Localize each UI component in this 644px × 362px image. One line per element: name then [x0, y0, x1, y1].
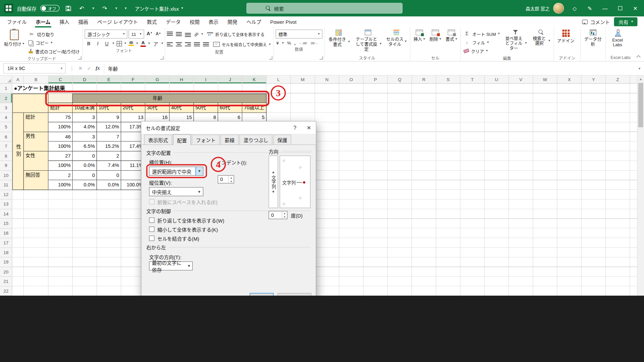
row-header-9[interactable]: 9: [0, 161, 12, 171]
cut-button[interactable]: ✂切り取り: [27, 30, 81, 38]
comments-button[interactable]: コメント: [582, 18, 610, 25]
cell-D11[interactable]: 0.0%: [73, 180, 97, 190]
row-header-17[interactable]: 17: [0, 238, 12, 248]
cell-C2[interactable]: 年齢: [48, 94, 266, 103]
ribbon-tab-10[interactable]: 開発: [223, 16, 242, 27]
cell-C11[interactable]: 100%: [48, 180, 72, 190]
dialog-title-bar[interactable]: セルの書式設定 ? ✕: [141, 121, 316, 134]
cell-D5[interactable]: 4.0%: [73, 122, 97, 132]
font-color-icon[interactable]: A: [141, 41, 146, 47]
ribbon-tab-2[interactable]: ホーム: [31, 16, 55, 27]
currency-icon[interactable]: ¥: [276, 41, 279, 46]
cell-I3[interactable]: 50代: [194, 103, 218, 113]
dialog-tab-3[interactable]: フォント: [192, 135, 220, 144]
ok-button[interactable]: OK: [250, 293, 273, 296]
cells-canvas[interactable]: ●アンケート集計結果年齢総計10歳未満10代20代30代40代50代60代70歳…: [12, 84, 637, 296]
bold-icon[interactable]: B: [86, 40, 92, 47]
row-header-22[interactable]: 22: [0, 286, 12, 296]
cell-G3[interactable]: 30代: [145, 103, 169, 113]
maximize-button[interactable]: [613, 0, 627, 16]
align-left-icon[interactable]: [167, 42, 173, 47]
cell-C9[interactable]: 100%: [48, 161, 72, 171]
insert-function-icon[interactable]: fx: [94, 65, 102, 71]
number-dialog-launcher-icon[interactable]: [319, 56, 323, 60]
column-header-A[interactable]: A: [12, 75, 24, 83]
column-header-X[interactable]: X: [557, 75, 582, 83]
italic-icon[interactable]: I: [95, 40, 101, 47]
column-header-E[interactable]: E: [97, 75, 121, 83]
column-header-G[interactable]: G: [145, 75, 169, 83]
minimize-button[interactable]: —: [598, 0, 612, 16]
dialog-tab-1[interactable]: 表示形式: [144, 135, 172, 144]
column-header-J[interactable]: J: [218, 75, 242, 83]
autosave-toggle[interactable]: オフ: [40, 5, 60, 12]
fill-button[interactable]: ↓フィル▾: [463, 38, 501, 46]
column-header-K[interactable]: K: [242, 75, 266, 83]
column-header-R[interactable]: R: [412, 75, 436, 83]
cell-D8[interactable]: 0: [73, 151, 97, 161]
formula-input[interactable]: 年齢: [104, 63, 635, 74]
column-header-M[interactable]: M: [291, 75, 315, 83]
cell-B6[interactable]: 男性: [24, 132, 48, 152]
row-header-12[interactable]: 12: [0, 190, 12, 199]
column-header-W[interactable]: W: [533, 75, 557, 83]
insert-cells-button[interactable]: 挿入▾: [412, 28, 427, 42]
delete-cells-button[interactable]: 削除▾: [428, 28, 443, 42]
cell-E6[interactable]: 7: [97, 132, 121, 142]
cell-A1[interactable]: ●アンケート集計結果: [12, 84, 121, 94]
format-as-table-button[interactable]: テーブルとして書式設定▾: [353, 28, 383, 52]
clear-button[interactable]: クリア▾: [463, 47, 501, 55]
align-bottom-icon[interactable]: [185, 32, 191, 37]
cell-E3[interactable]: 10代: [97, 103, 121, 113]
degrees-up-icon[interactable]: ▲: [282, 212, 287, 215]
addins-button[interactable]: アドイン: [555, 28, 576, 43]
row-header-15[interactable]: 15: [0, 219, 12, 229]
cell-D9[interactable]: 0.0%: [73, 161, 97, 171]
ribbon-tab-4[interactable]: 描画: [74, 16, 93, 27]
vertical-scrollbar[interactable]: ▲ ▼: [637, 75, 644, 296]
row-header-8[interactable]: 8: [0, 151, 12, 161]
alignment-dialog-launcher-icon[interactable]: [269, 56, 272, 60]
dialog-tab-2[interactable]: 配置: [173, 134, 191, 145]
cell-B10[interactable]: 無回答: [24, 171, 48, 190]
cell-D3[interactable]: 10歳未満: [73, 103, 97, 113]
align-right-icon[interactable]: [185, 42, 191, 47]
degrees-down-icon[interactable]: ▼: [282, 215, 287, 219]
cell-A2[interactable]: [12, 94, 49, 113]
row-header-4[interactable]: 4: [0, 113, 12, 122]
share-button[interactable]: 共有▾: [614, 17, 638, 26]
orientation-vertical-box[interactable]: ◆ 文字列 ◆: [269, 156, 278, 208]
diamond-icon[interactable]: ◇: [568, 0, 582, 16]
cell-E8[interactable]: 2: [97, 151, 121, 161]
vertical-scroll-thumb[interactable]: [638, 83, 643, 127]
format-cells-button[interactable]: 書式▾: [444, 28, 459, 42]
ribbon-tab-6[interactable]: 数式: [143, 16, 161, 27]
quick-access-toolbar-icon[interactable]: ▾: [123, 2, 128, 14]
excel-labs-button[interactable]: Excel Labs: [607, 28, 628, 48]
cell-E7[interactable]: 15.2%: [97, 141, 121, 151]
number-format-combo[interactable]: 標準▾: [275, 29, 322, 39]
cell-B4[interactable]: 総計: [24, 113, 48, 132]
phonetic-guide-icon[interactable]: ア: [152, 40, 159, 47]
wrap-text-button[interactable]: 折り返して全体を表示する: [206, 30, 266, 38]
ribbon-tab-1[interactable]: ファイル: [2, 16, 31, 27]
cell-D4[interactable]: 3: [73, 113, 97, 122]
row-header-1[interactable]: 1: [0, 84, 12, 94]
expand-formula-bar-icon[interactable]: ▾: [635, 62, 644, 75]
column-header-Z[interactable]: Z: [606, 75, 630, 83]
more-options-icon[interactable]: ⋮: [68, 65, 76, 71]
column-header-I[interactable]: I: [194, 75, 218, 83]
pen-icon[interactable]: ✎: [583, 0, 597, 16]
clipboard-dialog-launcher-icon[interactable]: [78, 56, 82, 60]
row-header-16[interactable]: 16: [0, 228, 12, 238]
column-header-L[interactable]: L: [267, 75, 291, 83]
decrease-decimal-icon[interactable]: .00→: [310, 41, 318, 45]
checkbox-icon[interactable]: [149, 236, 154, 241]
ribbon-tab-11[interactable]: ヘルプ: [242, 16, 266, 27]
cell-A4[interactable]: 性別: [12, 113, 24, 190]
column-header-T[interactable]: T: [461, 75, 485, 83]
percent-icon[interactable]: %: [287, 41, 291, 46]
checkbox-icon[interactable]: [149, 218, 154, 223]
merge-center-button[interactable]: セルを結合して中央揃え▾: [212, 40, 272, 48]
column-header-D[interactable]: D: [73, 75, 97, 83]
